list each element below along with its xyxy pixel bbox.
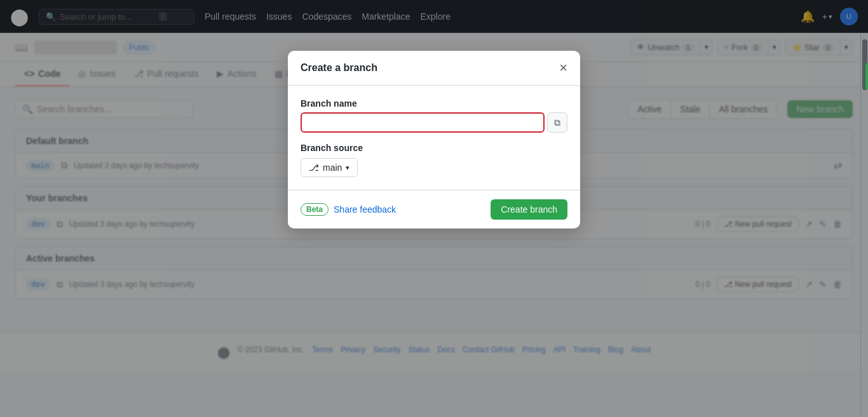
source-dropdown-icon: ▾ bbox=[346, 164, 349, 172]
copy-branch-name-button[interactable]: ⧉ bbox=[547, 112, 567, 133]
modal-footer-left: Beta Share feedback bbox=[301, 203, 396, 216]
create-branch-button[interactable]: Create branch bbox=[491, 199, 567, 220]
share-feedback-link[interactable]: Share feedback bbox=[334, 204, 396, 215]
source-branch-name: main bbox=[323, 162, 342, 173]
modal-body: Branch name ⧉ Branch source ⎇ main ▾ bbox=[288, 86, 580, 190]
scrollbar-accent bbox=[865, 63, 868, 89]
branch-source-icon: ⎇ bbox=[309, 162, 319, 173]
modal-title: Create a branch bbox=[301, 62, 377, 74]
branch-name-field[interactable] bbox=[301, 112, 545, 133]
modal-header: Create a branch × bbox=[288, 51, 580, 86]
modal-overlay: Create a branch × Branch name ⧉ Branch s… bbox=[0, 0, 868, 372]
modal-footer: Beta Share feedback Create branch bbox=[288, 190, 580, 228]
beta-badge: Beta bbox=[301, 203, 329, 216]
branch-name-label: Branch name bbox=[301, 98, 567, 109]
branch-name-input-row: ⧉ bbox=[301, 112, 567, 133]
modal-close-button[interactable]: × bbox=[559, 61, 567, 75]
branch-source-label: Branch source bbox=[301, 143, 567, 153]
source-branch-selector[interactable]: ⎇ main ▾ bbox=[301, 158, 358, 177]
create-branch-modal: Create a branch × Branch name ⧉ Branch s… bbox=[288, 51, 580, 228]
